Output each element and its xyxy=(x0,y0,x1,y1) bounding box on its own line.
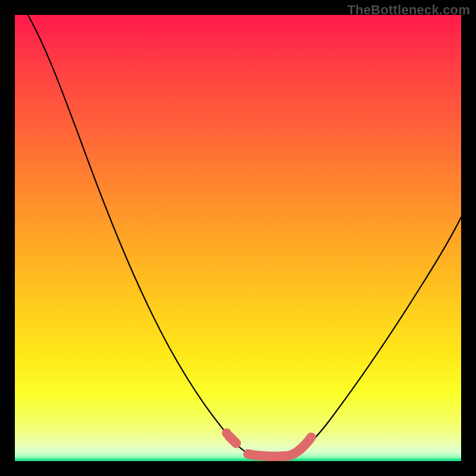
chart-stage: TheBottleneck.com xyxy=(0,0,476,476)
accent-floor-segment xyxy=(248,454,289,456)
plot-area xyxy=(15,15,461,461)
curve-left-branch xyxy=(28,15,252,455)
curve-layer xyxy=(15,15,461,461)
accent-right-rise xyxy=(289,437,311,456)
accent-left-segment xyxy=(229,436,236,443)
curve-right-branch xyxy=(289,217,461,456)
watermark-text: TheBottleneck.com xyxy=(347,2,470,18)
